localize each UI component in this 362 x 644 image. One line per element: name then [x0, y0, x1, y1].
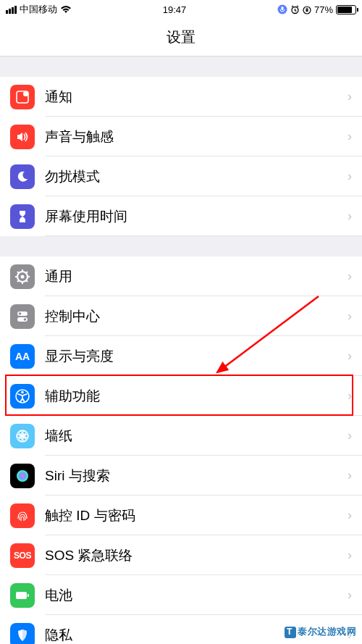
- dnd-icon: [10, 164, 35, 189]
- svg-rect-30: [28, 594, 29, 597]
- status-bar: 中国移动 19:47 77%: [0, 0, 362, 19]
- chevron-right-icon: ›: [348, 587, 352, 603]
- row-notifications[interactable]: 通知 ›: [0, 77, 362, 117]
- row-control-center[interactable]: 控制中心 ›: [0, 296, 362, 336]
- row-label: 通知: [45, 88, 348, 106]
- svg-line-14: [26, 280, 28, 282]
- page-title: 设置: [167, 28, 195, 47]
- carrier-label: 中国移动: [20, 3, 57, 16]
- chevron-right-icon: ›: [348, 309, 352, 324]
- chevron-right-icon: ›: [348, 508, 352, 523]
- wallpaper-icon: [10, 424, 35, 448]
- row-display[interactable]: AA 显示与亮度 ›: [0, 336, 362, 376]
- row-touchid[interactable]: 触控 ID 与密码 ›: [0, 495, 362, 535]
- row-dnd[interactable]: 勿扰模式 ›: [0, 156, 362, 196]
- chevron-right-icon: ›: [348, 209, 352, 224]
- chevron-right-icon: ›: [348, 548, 352, 563]
- chevron-right-icon: ›: [348, 468, 352, 483]
- row-label: SOS 紧急联络: [45, 546, 348, 565]
- lock-icon: [303, 5, 311, 14]
- watermark-text: 泰尔达游戏网: [298, 626, 356, 637]
- sos-text: SOS: [14, 551, 31, 561]
- row-wallpaper[interactable]: 墙纸 ›: [0, 416, 362, 456]
- row-label: 触控 ID 与密码: [45, 506, 348, 525]
- touchid-icon: [10, 503, 35, 528]
- row-sos[interactable]: SOS SOS 紧急联络 ›: [0, 535, 362, 575]
- svg-rect-29: [16, 592, 27, 599]
- status-time: 19:47: [163, 4, 187, 15]
- privacy-icon: [10, 623, 35, 645]
- svg-point-24: [21, 434, 25, 438]
- control-center-icon: [10, 304, 35, 329]
- row-label: 声音与触感: [45, 127, 348, 146]
- battery-icon: [336, 5, 356, 14]
- chevron-right-icon: ›: [348, 169, 352, 184]
- row-label: 电池: [45, 586, 348, 605]
- row-label: 屏幕使用时间: [45, 207, 348, 226]
- status-right: 77%: [277, 4, 356, 15]
- chevron-right-icon: ›: [348, 428, 352, 443]
- row-screentime[interactable]: 屏幕使用时间 ›: [0, 196, 362, 236]
- svg-line-13: [17, 272, 19, 273]
- svg-point-22: [21, 390, 24, 393]
- group-spacer: [0, 236, 362, 256]
- svg-point-28: [17, 470, 28, 482]
- svg-line-15: [17, 280, 19, 282]
- svg-point-20: [24, 318, 27, 321]
- nav-bar: 设置: [0, 19, 362, 57]
- battery-pct: 77%: [314, 4, 333, 15]
- row-label: 控制中心: [45, 307, 348, 326]
- row-label: 通用: [45, 267, 348, 286]
- svg-rect-4: [306, 9, 308, 12]
- screentime-icon: [10, 204, 35, 229]
- row-accessibility[interactable]: 辅助功能 ›: [0, 376, 362, 416]
- siri-icon: [10, 464, 35, 488]
- accessibility-icon: [10, 384, 35, 409]
- gear-icon: [10, 264, 35, 289]
- status-left: 中国移动: [6, 3, 72, 16]
- chevron-right-icon: ›: [348, 269, 352, 284]
- row-label: 辅助功能: [45, 387, 348, 406]
- watermark: 泰尔达游戏网: [285, 625, 356, 638]
- row-siri[interactable]: Siri 与搜索 ›: [0, 456, 362, 495]
- svg-point-8: [21, 275, 25, 278]
- signal-icon: [6, 6, 17, 14]
- svg-rect-1: [281, 7, 283, 10]
- svg-point-6: [23, 91, 28, 96]
- row-label: 墙纸: [45, 427, 348, 446]
- chevron-right-icon: ›: [348, 388, 352, 403]
- row-sounds[interactable]: 声音与触感 ›: [0, 117, 362, 156]
- chevron-right-icon: ›: [348, 129, 352, 144]
- battery-icon: [10, 583, 35, 608]
- svg-line-16: [26, 272, 28, 273]
- row-label: 显示与亮度: [45, 347, 348, 366]
- chevron-right-icon: ›: [348, 89, 352, 104]
- row-battery[interactable]: 电池 ›: [0, 575, 362, 615]
- row-label: Siri 与搜索: [45, 467, 348, 485]
- mic-indicator-icon: [277, 4, 287, 14]
- svg-point-18: [19, 312, 22, 315]
- sounds-icon: [10, 125, 35, 149]
- chevron-right-icon: ›: [348, 348, 352, 364]
- group-spacer: [0, 57, 362, 77]
- notifications-icon: [10, 85, 35, 109]
- row-general[interactable]: 通用 ›: [0, 256, 362, 296]
- row-label: 勿扰模式: [45, 167, 348, 186]
- display-icon: AA: [10, 344, 35, 369]
- wifi-icon: [60, 5, 72, 14]
- watermark-icon: [285, 627, 296, 638]
- sos-icon: SOS: [10, 543, 35, 568]
- alarm-icon: [290, 5, 300, 14]
